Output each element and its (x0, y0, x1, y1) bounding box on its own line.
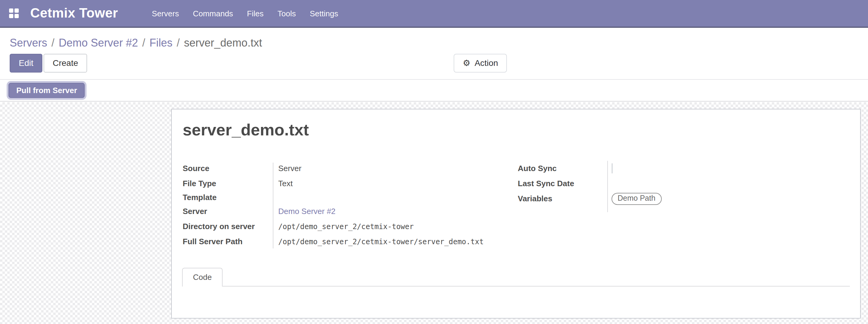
field-value-file-type: Text (273, 179, 293, 188)
control-panel: Servers/Demo Server #2/Files/server_demo… (0, 28, 868, 79)
field-row-auto-sync: Auto Sync (518, 161, 772, 176)
field-label-full-path: Full Server Path (183, 237, 273, 246)
variable-tag-demo-path: Demo Path (612, 193, 661, 205)
field-value-directory: /opt/demo_server_2/cetmix-tower (273, 222, 414, 231)
breadcrumb-link-servers[interactable]: Servers (10, 37, 47, 49)
field-label-auto-sync: Auto Sync (518, 164, 607, 173)
field-label-template: Template (183, 193, 273, 202)
auto-sync-checkbox[interactable] (612, 163, 613, 173)
apps-grid-icon[interactable] (9, 8, 19, 18)
create-button[interactable]: Create (43, 54, 87, 72)
breadcrumb-separator: / (52, 37, 55, 49)
page-title: server_demo.txt (183, 119, 309, 141)
group-separator-line (273, 163, 273, 249)
breadcrumb-link-demo-server[interactable]: Demo Server #2 (59, 37, 138, 49)
field-group-right: Auto Sync Last Sync Date Variables Demo … (518, 161, 772, 206)
main-menu: Servers Commands Files Tools Settings (152, 9, 338, 18)
form-statusbar: Pull from Server (0, 79, 868, 102)
group-separator-line (607, 161, 608, 212)
field-row-template: Template (183, 191, 521, 204)
field-label-variables: Variables (518, 194, 607, 203)
pull-from-server-button[interactable]: Pull from Server (8, 83, 85, 98)
top-navbar: Cetmix Tower Servers Commands Files Tool… (0, 0, 868, 28)
breadcrumb-link-files[interactable]: Files (149, 37, 173, 49)
action-button[interactable]: ⚙Action (454, 54, 507, 72)
gear-icon: ⚙ (463, 55, 470, 72)
control-panel-buttons: Edit Create (10, 54, 858, 72)
field-label-file-type: File Type (183, 179, 273, 188)
field-row-full-path: Full Server Path /opt/demo_server_2/cetm… (183, 234, 521, 249)
nav-item-settings[interactable]: Settings (310, 9, 338, 18)
app-window: Cetmix Tower Servers Commands Files Tool… (0, 0, 868, 324)
field-label-directory: Directory on server (183, 222, 273, 231)
field-row-server: Server Demo Server #2 (183, 204, 521, 219)
tab-code[interactable]: Code (182, 268, 223, 287)
notebook-header-line (182, 286, 850, 287)
field-group-left: Source Server File Type Text Template Se… (183, 161, 521, 249)
breadcrumb-current: server_demo.txt (184, 37, 262, 49)
app-brand[interactable]: Cetmix Tower (30, 5, 118, 21)
nav-item-files[interactable]: Files (247, 9, 264, 18)
server-link[interactable]: Demo Server #2 (278, 207, 335, 216)
field-row-variables: Variables Demo Path (518, 191, 772, 206)
field-row-directory: Directory on server /opt/demo_server_2/c… (183, 219, 521, 234)
nav-item-tools[interactable]: Tools (278, 9, 296, 18)
breadcrumb-separator: / (177, 37, 180, 49)
field-row-source: Source Server (183, 161, 521, 176)
action-button-label: Action (474, 55, 498, 72)
field-value-full-path: /opt/demo_server_2/cetmix-tower/server_d… (273, 237, 484, 246)
nav-item-servers[interactable]: Servers (152, 9, 179, 18)
breadcrumb-separator: / (142, 37, 145, 49)
field-value-source: Server (273, 164, 302, 173)
nav-item-commands[interactable]: Commands (193, 9, 233, 18)
field-row-file-type: File Type Text (183, 176, 521, 191)
field-label-server: Server (183, 207, 273, 216)
field-row-last-sync-date: Last Sync Date (518, 176, 772, 191)
content-background: server_demo.txt Source Server File Type … (0, 102, 868, 324)
field-label-source: Source (183, 164, 273, 173)
field-label-last-sync-date: Last Sync Date (518, 179, 607, 188)
form-sheet: server_demo.txt Source Server File Type … (171, 109, 861, 319)
breadcrumb: Servers/Demo Server #2/Files/server_demo… (10, 35, 858, 51)
edit-button[interactable]: Edit (10, 54, 42, 72)
